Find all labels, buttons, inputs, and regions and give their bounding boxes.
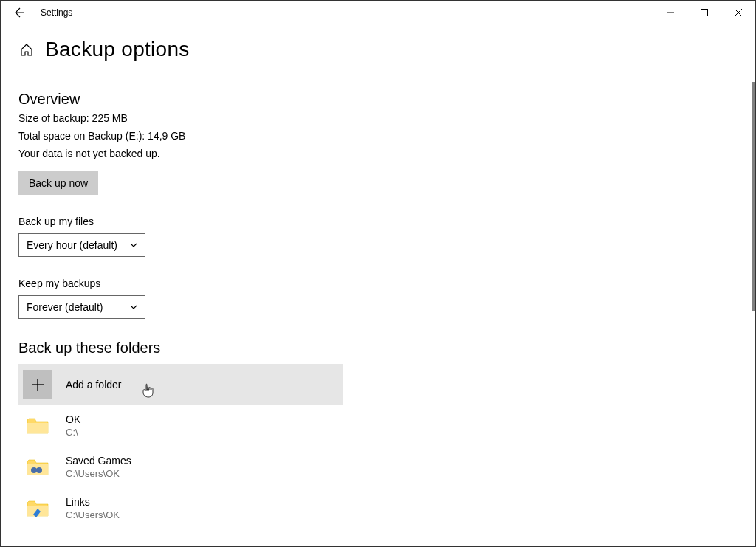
backup-size-text: Size of backup: 225 MB: [18, 112, 755, 124]
folder-name: Downloads: [66, 543, 117, 547]
home-button[interactable]: [18, 41, 35, 58]
app-title: Settings: [41, 7, 72, 18]
folder-icon: [26, 498, 49, 519]
window-controls: [653, 1, 755, 24]
folder-icon: [26, 543, 49, 547]
chevron-down-icon: [130, 241, 137, 249]
folder-path: C:\: [66, 427, 80, 439]
folder-icon: [26, 416, 49, 436]
back-button[interactable]: [11, 5, 26, 20]
folder-row-ok[interactable]: OK C:\: [18, 405, 343, 447]
schedule-label: Back up my files: [18, 216, 755, 227]
svg-point-7: [36, 467, 42, 473]
overview-heading: Overview: [18, 91, 755, 108]
chevron-down-icon: [130, 303, 137, 311]
close-icon: [735, 9, 742, 16]
pointer-cursor-icon: [142, 383, 154, 398]
folder-row-downloads[interactable]: Downloads: [18, 529, 343, 547]
content-area: Backup options Overview Size of backup: …: [1, 24, 755, 547]
plus-icon: [31, 378, 44, 391]
folder-name: OK: [66, 413, 80, 426]
plus-icon-box: [23, 370, 52, 399]
folder-path: C:\Users\OK: [66, 468, 131, 481]
schedule-dropdown[interactable]: Every hour (default): [18, 233, 145, 257]
back-arrow-icon: [13, 7, 24, 18]
backup-now-button[interactable]: Back up now: [18, 171, 98, 195]
add-folder-label: Add a folder: [66, 379, 122, 391]
retention-label: Keep my backups: [18, 278, 755, 289]
folder-name: Saved Games: [66, 454, 131, 467]
maximize-button[interactable]: [687, 1, 721, 24]
folder-row-links[interactable]: Links C:\Users\OK: [18, 488, 343, 529]
close-button[interactable]: [721, 1, 755, 24]
page-title: Backup options: [45, 38, 190, 61]
maximize-icon: [701, 9, 708, 16]
minimize-icon: [667, 9, 674, 16]
folder-path: C:\Users\OK: [66, 509, 120, 522]
scrollbar[interactable]: [752, 82, 755, 311]
folders-section: Back up these folders Add a folder: [18, 340, 755, 547]
folder-row-saved-games[interactable]: Saved Games C:\Users\OK: [18, 447, 343, 488]
add-folder-button[interactable]: Add a folder: [18, 364, 343, 405]
folder-icon: [26, 457, 49, 478]
titlebar: Settings: [1, 1, 755, 24]
page-header: Backup options: [18, 38, 755, 61]
home-icon: [19, 42, 34, 57]
retention-dropdown[interactable]: Forever (default): [18, 295, 145, 319]
schedule-value: Every hour (default): [27, 239, 117, 251]
backup-status-text: Your data is not yet backed up.: [18, 148, 755, 159]
retention-value: Forever (default): [27, 301, 103, 313]
folders-heading: Back up these folders: [18, 340, 755, 357]
folder-name: Links: [66, 495, 120, 509]
svg-point-6: [31, 467, 37, 473]
svg-rect-1: [701, 10, 708, 16]
backup-space-text: Total space on Backup (E:): 14,9 GB: [18, 130, 755, 142]
minimize-button[interactable]: [653, 1, 687, 24]
